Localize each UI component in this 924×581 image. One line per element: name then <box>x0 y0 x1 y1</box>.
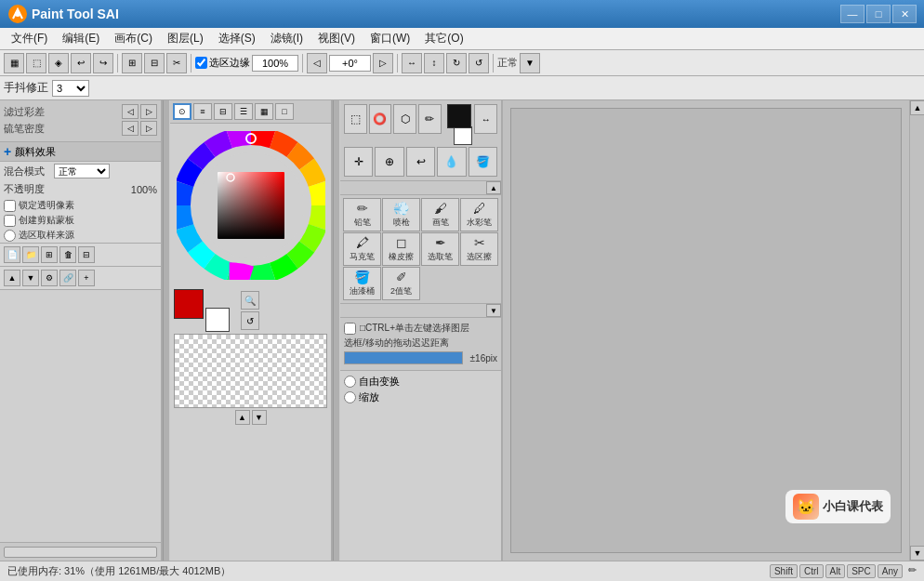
canvas-inner[interactable] <box>510 108 902 553</box>
eyedropper-tool[interactable]: 💧 <box>437 147 466 177</box>
new-folder-btn[interactable]: 📁 <box>22 246 39 263</box>
fg-color-swatch[interactable] <box>174 289 204 319</box>
tb-angle-left[interactable]: ◁ <box>307 53 327 73</box>
menu-layer[interactable]: 图层(L) <box>160 29 211 48</box>
tb-paste[interactable]: ⊟ <box>144 53 165 73</box>
pencil-tool[interactable]: ✏ 铅笔 <box>343 198 381 231</box>
tb-mode-btn[interactable]: ▼ <box>520 53 540 73</box>
angle-input[interactable] <box>329 55 371 72</box>
menu-edit[interactable]: 编辑(E) <box>55 29 107 48</box>
shift-key[interactable]: Shift <box>770 564 798 578</box>
color-picker-tool[interactable]: 🔍 <box>241 291 259 310</box>
any-key[interactable]: Any <box>878 564 903 578</box>
selection-edge-checkbox[interactable] <box>195 57 207 69</box>
polygon-select-tool[interactable]: ⬡ <box>393 104 416 134</box>
color-effects-add[interactable]: + <box>4 144 11 159</box>
tb-cut[interactable]: ✂ <box>166 53 187 73</box>
delete-layer-btn[interactable]: 🗑 <box>59 246 76 263</box>
center-divider[interactable] <box>333 100 340 561</box>
free-transform-radio[interactable] <box>344 376 356 388</box>
menu-select[interactable]: 选择(S) <box>211 29 263 48</box>
wand-tool[interactable]: ✏ <box>418 104 442 134</box>
menu-other[interactable]: 其它(O) <box>417 29 470 48</box>
scroll-down-btn[interactable]: ▼ <box>910 546 924 561</box>
clip-mask-checkbox[interactable] <box>4 215 16 227</box>
color-scroll-down[interactable]: ▼ <box>252 410 267 425</box>
selection-pen-tool[interactable]: ✒ 选取笔 <box>421 232 459 266</box>
scale-radio[interactable] <box>344 391 356 403</box>
watercolor-tool[interactable]: 🖊 水彩笔 <box>460 198 498 231</box>
maximize-button[interactable]: □ <box>866 5 891 23</box>
bg-color-swatch[interactable] <box>205 308 230 332</box>
left-divider[interactable] <box>163 100 170 561</box>
color-wheel-btn[interactable]: ⊙ <box>173 103 191 120</box>
tool-fg-color[interactable] <box>447 104 471 128</box>
tool-scroll-up-btn[interactable]: ▲ <box>486 181 501 194</box>
tb-flip-v[interactable]: ↕ <box>424 53 444 73</box>
duplicate-layer-btn[interactable]: ⊞ <box>41 246 58 263</box>
tb-open[interactable]: ⬚ <box>26 53 46 73</box>
zoom-input[interactable] <box>252 55 298 72</box>
move-down-btn[interactable]: ▼ <box>22 270 39 286</box>
tb-rotate-cw[interactable]: ↻ <box>446 53 467 73</box>
paintbrush-tool[interactable]: 🖌 画笔 <box>421 198 459 231</box>
color-hsv-btn[interactable]: ⊟ <box>214 103 232 120</box>
filter-btn2[interactable]: ▷ <box>140 104 157 119</box>
layer-extra-btn[interactable]: + <box>78 270 95 286</box>
blend-mode-select[interactable]: 正常 正片叠底 滤色 <box>54 164 110 178</box>
tool-scroll-down-btn[interactable]: ▼ <box>486 304 501 317</box>
color-wheel-container[interactable] <box>177 131 325 280</box>
tb-new[interactable]: ▦ <box>4 53 24 73</box>
ctrl-key[interactable]: Ctrl <box>799 564 824 578</box>
menu-window[interactable]: 窗口(W) <box>363 29 417 48</box>
color-swatch-btn[interactable]: ▦ <box>255 103 273 120</box>
selection-eraser-tool[interactable]: ✂ 选区擦 <box>460 232 498 266</box>
fill-bucket-tool[interactable]: 🪣 油漆桶 <box>343 267 381 300</box>
density-btn1[interactable]: ◁ <box>122 121 139 136</box>
airbrush-tool[interactable]: 💨 喷枪 <box>382 198 420 231</box>
layer-scrollbar[interactable] <box>0 542 161 561</box>
move-tool[interactable]: ✛ <box>344 147 373 177</box>
layer-prop-btn[interactable]: ⚙ <box>41 270 58 286</box>
menu-file[interactable]: 文件(F) <box>4 29 55 48</box>
scroll-track[interactable] <box>910 115 924 546</box>
color-extra-btn[interactable]: □ <box>275 103 294 120</box>
tb-redo[interactable]: ↪ <box>93 53 113 73</box>
merge-layer-btn[interactable]: ⊟ <box>78 246 95 263</box>
eraser-tool[interactable]: ◻ 橡皮擦 <box>382 232 420 266</box>
new-layer-btn[interactable]: 📄 <box>4 246 20 263</box>
rotate-tool[interactable]: ↩ <box>406 147 435 177</box>
tb-undo[interactable]: ↩ <box>71 53 91 73</box>
tb-copy[interactable]: ⊞ <box>122 53 142 73</box>
marker-tool[interactable]: 🖍 马克笔 <box>343 232 381 266</box>
alt-key[interactable]: Alt <box>825 564 846 578</box>
fill-tool[interactable]: 🪣 <box>469 147 497 177</box>
ctrl-select-checkbox[interactable] <box>344 323 356 335</box>
menu-view[interactable]: 视图(V) <box>310 29 363 48</box>
color-palette-btn[interactable]: ☰ <box>234 103 253 120</box>
density-btn2[interactable]: ▷ <box>140 121 157 136</box>
menu-filter[interactable]: 滤镜(I) <box>263 29 310 48</box>
tb-flip-h[interactable]: ↔ <box>402 53 422 73</box>
tool-bg-color[interactable] <box>454 126 472 145</box>
rect-select-tool[interactable]: ⬚ <box>344 104 367 134</box>
tb-save[interactable]: ◈ <box>48 53 69 73</box>
right-scrollbar[interactable]: ▲ ▼ <box>909 100 924 561</box>
tb-angle-right[interactable]: ▷ <box>373 53 393 73</box>
menu-canvas[interactable]: 画布(C) <box>107 29 160 48</box>
binary-pen-tool[interactable]: ✐ 2值笔 <box>382 267 420 300</box>
color-scroll-up[interactable]: ▲ <box>235 410 250 425</box>
layer-link-btn[interactable]: 🔗 <box>59 270 76 286</box>
tb-rotate-ccw[interactable]: ↺ <box>469 53 489 73</box>
filter-btn1[interactable]: ◁ <box>122 104 139 119</box>
spc-key[interactable]: SPC <box>847 564 876 578</box>
lock-alpha-checkbox[interactable] <box>4 200 16 212</box>
color-rgb-btn[interactable]: ≡ <box>193 103 212 120</box>
scroll-up-btn[interactable]: ▲ <box>910 100 924 115</box>
stabilizer-select[interactable]: 3 1 2 4 5 <box>52 80 89 97</box>
zoom-tool[interactable]: ⊕ <box>375 147 403 177</box>
color-reset-btn[interactable]: ↺ <box>241 311 259 330</box>
sample-source-radio[interactable] <box>4 230 16 242</box>
color-wheel-svg[interactable] <box>177 131 325 280</box>
close-button[interactable]: ✕ <box>892 5 917 23</box>
